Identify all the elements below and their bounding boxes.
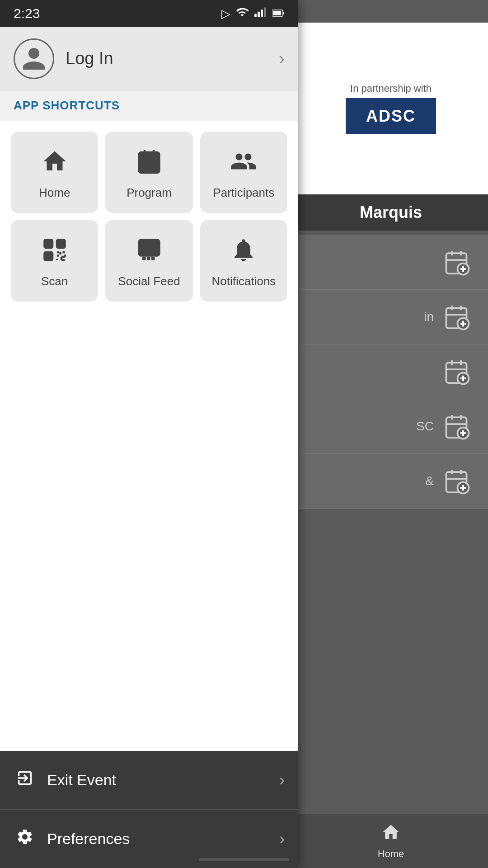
exit-event-chevron: › [279,771,285,790]
cal-row-4-text: SC [416,419,434,434]
cal-row-5-text: & [425,474,434,488]
login-row[interactable]: Log In › [0,27,298,90]
marquis-label: Marquis [360,203,422,222]
cal-row-3 [294,344,488,399]
svg-rect-71 [142,257,146,260]
svg-rect-35 [254,14,257,17]
drawer-panel: 2:23 ▷ [0,0,298,868]
svg-rect-68 [141,249,148,253]
shortcuts-header-text: APP SHORTCUTS [14,99,120,112]
social-feed-icon [136,236,163,267]
shortcuts-section-header: APP SHORTCUTS [0,90,298,121]
svg-rect-49 [148,167,151,169]
svg-rect-41 [273,11,281,15]
adsc-logo-box: ADSC [346,98,436,134]
preferences-chevron: › [279,830,285,849]
cal-row-4: SC [294,399,488,454]
cal-row-2: in [294,290,488,344]
svg-rect-37 [261,9,263,17]
wifi-icon [236,6,249,22]
cal-row-2-text: in [424,310,434,324]
shortcut-scan-label: Scan [41,274,68,288]
status-time: 2:23 [14,6,40,21]
scan-icon [41,236,68,267]
svg-rect-50 [152,162,156,166]
notifications-icon [230,236,257,267]
preferences-icon [14,828,36,850]
cal-row-1 [294,235,488,290]
adsc-banner: In partnership with ADSC [294,23,488,194]
exit-event-label: Exit Event [47,771,279,789]
shortcut-home[interactable]: Home [11,132,98,213]
login-chevron: › [279,48,285,69]
drawer-bottom-actions: Exit Event › Preferences › [0,751,298,868]
shortcut-scan[interactable]: Scan [11,220,98,302]
cal-row-5: & [294,454,488,509]
calendar-add-icon-2 [443,303,470,330]
login-label: Log In [66,49,279,68]
shortcuts-grid: Home Program [0,121,298,312]
svg-rect-72 [147,257,150,260]
svg-rect-36 [258,11,260,17]
svg-rect-54 [58,241,63,246]
home-tab[interactable]: Home [294,814,488,868]
svg-rect-38 [264,7,266,17]
shortcut-program-label: Program [127,186,172,200]
drawer-spacer [0,312,298,751]
marquis-bar: Marquis [294,194,488,231]
status-icons: ▷ [221,6,285,22]
home-indicator [199,858,289,861]
calendar-add-icon-4 [443,413,470,440]
play-icon: ▷ [221,7,230,21]
calendar-add-icon-1 [443,249,470,276]
shortcut-notifications[interactable]: Notifications [200,220,287,302]
svg-rect-40 [283,12,284,14]
svg-rect-47 [148,162,151,166]
adsc-partner-text: In partnership with [350,83,432,94]
shortcut-social-feed[interactable]: Social Feed [105,220,192,302]
participants-icon [230,148,257,179]
status-bar: 2:23 ▷ [0,0,298,27]
svg-rect-73 [151,257,155,260]
exit-event-icon [14,769,36,791]
person-icon [20,45,47,72]
calendar-add-icon-3 [443,358,470,385]
svg-rect-46 [143,162,147,166]
home-tab-icon [381,822,401,846]
svg-rect-56 [46,254,51,258]
signal-icon [254,6,267,22]
shortcut-home-label: Home [39,186,70,200]
shortcut-social-feed-label: Social Feed [118,274,180,288]
avatar [14,38,54,79]
home-icon [41,148,68,179]
calendar-add-icon-5 [443,467,470,495]
exit-event-row[interactable]: Exit Event › [0,751,298,810]
program-icon [136,148,163,179]
shortcut-notifications-label: Notifications [212,274,276,288]
battery-icon [272,7,285,21]
adsc-logo-area: ADSC [346,98,436,134]
svg-rect-52 [46,241,51,246]
calendar-icons-panel: in SC [294,235,488,509]
home-tab-label: Home [378,848,404,860]
shortcut-participants[interactable]: Participants [200,132,287,213]
preferences-label: Preferences [47,830,279,848]
shortcut-participants-label: Participants [213,186,274,200]
adsc-logo-text: ADSC [366,107,416,126]
shortcut-program[interactable]: Program [105,132,192,213]
svg-rect-48 [143,167,147,169]
